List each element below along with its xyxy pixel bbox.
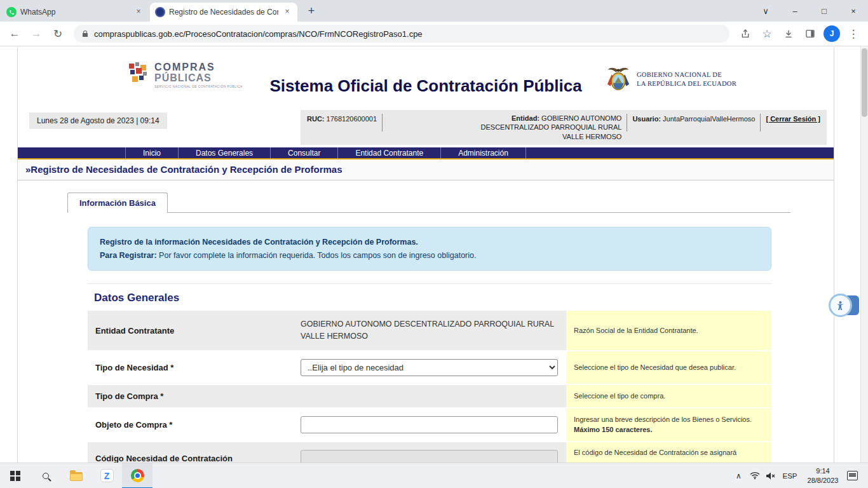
url-bar[interactable]: compraspublicas.gob.ec/ProcesoContrataci… xyxy=(74,25,729,43)
forward-icon[interactable]: → xyxy=(27,24,46,43)
tab-whatsapp[interactable]: WhatsApp × xyxy=(1,3,149,22)
form-row-tipo-compra: Tipo de Compra * Seleccione el tipo de c… xyxy=(88,385,771,409)
codigo-necesidad-input xyxy=(301,450,558,463)
tab-search-chevron-icon[interactable]: ∨ xyxy=(751,0,780,22)
divider xyxy=(760,114,761,132)
language-indicator[interactable]: ESP xyxy=(778,472,801,480)
tab-registro-necesidades[interactable]: Registro de Necesidades de Cont × xyxy=(150,3,297,22)
divider xyxy=(627,114,627,132)
field-help: Razón Social de la Entidad Contratante. xyxy=(566,311,771,350)
ecuador-coat-of-arms-icon xyxy=(606,66,630,93)
network-icon[interactable] xyxy=(747,463,763,488)
tab-area: Información Básica xyxy=(18,193,834,212)
tab-close-icon[interactable]: × xyxy=(133,7,144,17)
zoom-app-button[interactable]: Z xyxy=(92,463,122,488)
browser-toolbar: ← → ↻ compraspublicas.gob.ec/ProcesoCont… xyxy=(0,22,868,46)
form-table: Entidad Contratante GOBIERNO AUTONOMO DE… xyxy=(88,311,771,463)
file-explorer-button[interactable] xyxy=(61,463,92,488)
site-header: COMPRAS PÚBLICAS SERVICIO NACIONAL DE CO… xyxy=(18,47,834,110)
action-center-icon[interactable] xyxy=(844,463,860,488)
field-value-cell xyxy=(293,409,566,441)
main-nav: Inicio Datos Generales Consultar Entidad… xyxy=(18,147,834,159)
nav-item-consultar[interactable]: Consultar xyxy=(271,147,338,158)
soce-page: COMPRAS PÚBLICAS SERVICIO NACIONAL DE CO… xyxy=(17,47,834,463)
whatsapp-icon xyxy=(6,7,17,17)
accessibility-person-icon xyxy=(835,300,846,311)
field-value-cell xyxy=(293,442,566,463)
browser-tab-bar: WhatsApp × Registro de Necesidades de Co… xyxy=(0,0,868,22)
field-help: Ingresar una breve descripción de los Bi… xyxy=(566,409,771,441)
tipo-necesidad-select[interactable]: ..Elija el tipo de necesidad xyxy=(301,359,558,376)
scrollbar-thumb[interactable] xyxy=(862,48,867,117)
refresh-icon[interactable]: ↻ xyxy=(48,24,67,43)
taskbar-time: 9:14 xyxy=(801,466,844,475)
back-icon[interactable]: ← xyxy=(5,24,24,43)
nav-item-entidad-contratante[interactable]: Entidad Contratante xyxy=(338,147,441,158)
tab-panel: Registro de la información Necesidades d… xyxy=(67,212,790,463)
window-controls: ∨ – □ × xyxy=(751,0,868,22)
tab-close-icon[interactable]: × xyxy=(282,7,292,17)
field-label: Código Necesidad de Contratación xyxy=(88,442,293,463)
minimize-button[interactable]: – xyxy=(780,0,810,22)
field-help: El código de Necesidad de Contratación s… xyxy=(566,442,771,463)
field-label: Tipo de Necesidad * xyxy=(88,351,293,384)
windows-logo-icon xyxy=(10,471,20,481)
taskbar-search-button[interactable] xyxy=(31,463,61,488)
maximize-button[interactable]: □ xyxy=(810,0,839,22)
datos-generales-section: Datos Generales Entidad Contratante GOBI… xyxy=(88,283,771,463)
field-value-cell xyxy=(293,385,566,407)
lock-icon xyxy=(81,30,89,37)
ruc-field: RUC: 1768120600001 xyxy=(307,114,377,123)
nav-item-datos-generales[interactable]: Datos Generales xyxy=(179,147,271,158)
logout-link[interactable]: [ Cerrar Sesión ] xyxy=(766,114,820,123)
system-tray: ∧ ESP 9:14 28/8/2023 xyxy=(731,463,868,488)
accessibility-widget[interactable] xyxy=(829,294,859,317)
session-info-box: RUC: 1768120600001 Entidad: GOBIERNO AUT… xyxy=(301,110,827,145)
government-block: GOBIERNO NACIONAL DE LA REPÚBLICA DEL EC… xyxy=(606,66,736,93)
tab-title: WhatsApp xyxy=(20,8,130,17)
bookmark-star-icon[interactable]: ☆ xyxy=(757,24,776,43)
nav-item-inicio[interactable]: Inicio xyxy=(126,147,179,158)
section-title: Datos Generales xyxy=(94,292,771,304)
download-icon[interactable] xyxy=(779,24,798,43)
side-panel-icon[interactable] xyxy=(801,24,820,43)
field-label: Objeto de Compra * xyxy=(88,409,293,441)
entidad-contratante-value: GOBIERNO AUTONOMO DESCENTRALIZADO PARROQ… xyxy=(301,318,559,342)
field-help: Seleccione el tipo de compra. xyxy=(566,385,771,407)
kebab-menu-icon[interactable]: ⋮ xyxy=(844,24,863,43)
notice-box: Registro de la información Necesidades d… xyxy=(88,227,771,271)
field-value-cell: GOBIERNO AUTONOMO DESCENTRALIZADO PARROQ… xyxy=(293,311,566,350)
government-text: GOBIERNO NACIONAL DE LA REPÚBLICA DEL EC… xyxy=(637,71,736,88)
nav-item-administracion[interactable]: Administración xyxy=(441,147,526,158)
notice-line2: Para Registrar: Por favor complete la in… xyxy=(100,249,759,262)
form-row-objeto-compra: Objeto de Compra * Ingresar una breve de… xyxy=(88,409,771,442)
page-viewport: COMPRAS PÚBLICAS SERVICIO NACIONAL DE CO… xyxy=(0,47,868,463)
tab-title: Registro de Necesidades de Cont xyxy=(169,8,278,17)
taskbar-date: 28/8/2023 xyxy=(801,476,844,485)
close-window-button[interactable]: × xyxy=(839,0,868,22)
tab-informacion-basica[interactable]: Información Básica xyxy=(67,193,168,213)
field-value-cell: ..Elija el tipo de necesidad xyxy=(293,351,566,384)
page-title: »Registro de Necesidades de Contratación… xyxy=(18,159,834,180)
taskbar-clock[interactable]: 9:14 28/8/2023 xyxy=(801,466,844,485)
form-row-entidad-contratante: Entidad Contratante GOBIERNO AUTONOMO DE… xyxy=(88,311,771,351)
volume-muted-icon[interactable] xyxy=(763,463,778,488)
new-tab-button[interactable]: + xyxy=(302,2,320,20)
field-label: Tipo de Compra * xyxy=(88,385,293,407)
start-button[interactable] xyxy=(0,463,31,488)
objeto-compra-input[interactable] xyxy=(301,416,558,433)
page-scrollbar[interactable] xyxy=(860,47,868,463)
form-row-tipo-necesidad: Tipo de Necesidad * ..Elija el tipo de n… xyxy=(88,351,771,385)
chrome-app-button[interactable] xyxy=(122,463,153,488)
site-favicon-icon xyxy=(155,7,165,17)
share-icon[interactable] xyxy=(736,24,755,43)
accessibility-button[interactable] xyxy=(829,294,852,317)
divider xyxy=(382,114,383,132)
profile-avatar[interactable]: J xyxy=(824,25,840,42)
folder-icon xyxy=(70,472,83,481)
zoom-icon: Z xyxy=(100,469,114,482)
entity-field: Entidad: GOBIERNO AUTONOMO DESCENTRALIZA… xyxy=(388,114,621,141)
windows-taskbar: Z ∧ ESP 9:14 28/8/2023 xyxy=(0,463,868,488)
tray-chevron-up-icon[interactable]: ∧ xyxy=(731,463,747,488)
url-text: compraspublicas.gob.ec/ProcesoContrataci… xyxy=(94,29,423,39)
